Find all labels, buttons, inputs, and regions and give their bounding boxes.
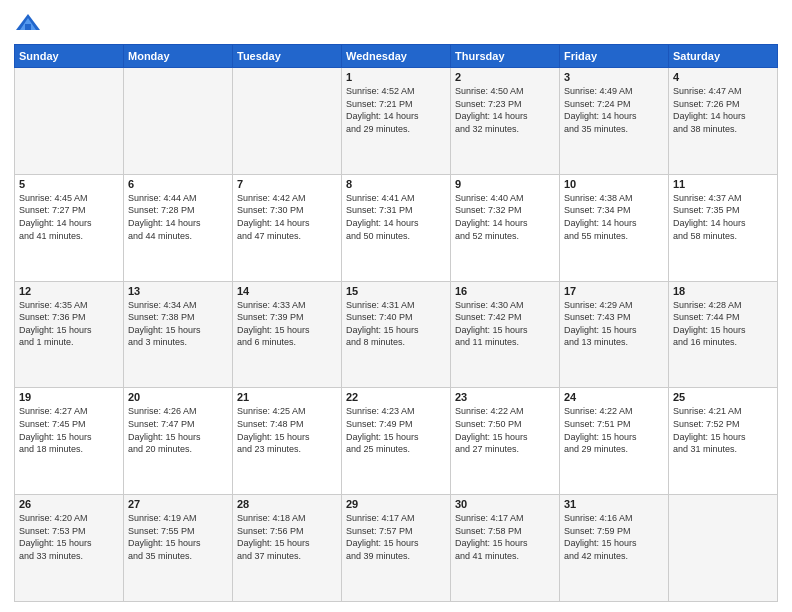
calendar-cell: 7Sunrise: 4:42 AM Sunset: 7:30 PM Daylig… [233, 174, 342, 281]
calendar-cell: 9Sunrise: 4:40 AM Sunset: 7:32 PM Daylig… [451, 174, 560, 281]
weekday-header-monday: Monday [124, 45, 233, 68]
day-info: Sunrise: 4:20 AM Sunset: 7:53 PM Dayligh… [19, 512, 119, 562]
day-number: 30 [455, 498, 555, 510]
calendar-cell: 11Sunrise: 4:37 AM Sunset: 7:35 PM Dayli… [669, 174, 778, 281]
day-number: 7 [237, 178, 337, 190]
day-number: 28 [237, 498, 337, 510]
calendar-cell: 4Sunrise: 4:47 AM Sunset: 7:26 PM Daylig… [669, 68, 778, 175]
calendar-cell: 27Sunrise: 4:19 AM Sunset: 7:55 PM Dayli… [124, 495, 233, 602]
day-info: Sunrise: 4:33 AM Sunset: 7:39 PM Dayligh… [237, 299, 337, 349]
day-number: 21 [237, 391, 337, 403]
day-number: 16 [455, 285, 555, 297]
calendar-cell: 10Sunrise: 4:38 AM Sunset: 7:34 PM Dayli… [560, 174, 669, 281]
day-number: 17 [564, 285, 664, 297]
calendar-cell: 23Sunrise: 4:22 AM Sunset: 7:50 PM Dayli… [451, 388, 560, 495]
weekday-header-sunday: Sunday [15, 45, 124, 68]
day-info: Sunrise: 4:34 AM Sunset: 7:38 PM Dayligh… [128, 299, 228, 349]
calendar-cell: 3Sunrise: 4:49 AM Sunset: 7:24 PM Daylig… [560, 68, 669, 175]
day-number: 27 [128, 498, 228, 510]
day-number: 8 [346, 178, 446, 190]
day-number: 24 [564, 391, 664, 403]
day-info: Sunrise: 4:37 AM Sunset: 7:35 PM Dayligh… [673, 192, 773, 242]
day-info: Sunrise: 4:25 AM Sunset: 7:48 PM Dayligh… [237, 405, 337, 455]
day-number: 15 [346, 285, 446, 297]
weekday-header-thursday: Thursday [451, 45, 560, 68]
day-info: Sunrise: 4:26 AM Sunset: 7:47 PM Dayligh… [128, 405, 228, 455]
logo-icon [14, 10, 42, 38]
day-info: Sunrise: 4:28 AM Sunset: 7:44 PM Dayligh… [673, 299, 773, 349]
calendar-cell: 17Sunrise: 4:29 AM Sunset: 7:43 PM Dayli… [560, 281, 669, 388]
week-row-2: 5Sunrise: 4:45 AM Sunset: 7:27 PM Daylig… [15, 174, 778, 281]
weekday-header-saturday: Saturday [669, 45, 778, 68]
day-number: 23 [455, 391, 555, 403]
weekday-header-friday: Friday [560, 45, 669, 68]
day-info: Sunrise: 4:38 AM Sunset: 7:34 PM Dayligh… [564, 192, 664, 242]
day-number: 14 [237, 285, 337, 297]
calendar-cell: 24Sunrise: 4:22 AM Sunset: 7:51 PM Dayli… [560, 388, 669, 495]
day-number: 26 [19, 498, 119, 510]
day-info: Sunrise: 4:22 AM Sunset: 7:51 PM Dayligh… [564, 405, 664, 455]
day-info: Sunrise: 4:40 AM Sunset: 7:32 PM Dayligh… [455, 192, 555, 242]
day-info: Sunrise: 4:29 AM Sunset: 7:43 PM Dayligh… [564, 299, 664, 349]
calendar-cell [15, 68, 124, 175]
calendar-cell: 31Sunrise: 4:16 AM Sunset: 7:59 PM Dayli… [560, 495, 669, 602]
calendar-cell: 6Sunrise: 4:44 AM Sunset: 7:28 PM Daylig… [124, 174, 233, 281]
day-number: 25 [673, 391, 773, 403]
day-number: 2 [455, 71, 555, 83]
day-number: 5 [19, 178, 119, 190]
calendar-cell: 28Sunrise: 4:18 AM Sunset: 7:56 PM Dayli… [233, 495, 342, 602]
day-info: Sunrise: 4:16 AM Sunset: 7:59 PM Dayligh… [564, 512, 664, 562]
calendar-table: SundayMondayTuesdayWednesdayThursdayFrid… [14, 44, 778, 602]
calendar-cell: 15Sunrise: 4:31 AM Sunset: 7:40 PM Dayli… [342, 281, 451, 388]
day-number: 13 [128, 285, 228, 297]
day-number: 22 [346, 391, 446, 403]
day-number: 11 [673, 178, 773, 190]
day-info: Sunrise: 4:23 AM Sunset: 7:49 PM Dayligh… [346, 405, 446, 455]
day-info: Sunrise: 4:41 AM Sunset: 7:31 PM Dayligh… [346, 192, 446, 242]
calendar-cell [233, 68, 342, 175]
day-number: 9 [455, 178, 555, 190]
weekday-header-row: SundayMondayTuesdayWednesdayThursdayFrid… [15, 45, 778, 68]
day-info: Sunrise: 4:18 AM Sunset: 7:56 PM Dayligh… [237, 512, 337, 562]
day-info: Sunrise: 4:21 AM Sunset: 7:52 PM Dayligh… [673, 405, 773, 455]
svg-rect-2 [25, 24, 31, 30]
day-info: Sunrise: 4:35 AM Sunset: 7:36 PM Dayligh… [19, 299, 119, 349]
day-number: 4 [673, 71, 773, 83]
calendar-cell: 21Sunrise: 4:25 AM Sunset: 7:48 PM Dayli… [233, 388, 342, 495]
day-info: Sunrise: 4:50 AM Sunset: 7:23 PM Dayligh… [455, 85, 555, 135]
calendar-page: SundayMondayTuesdayWednesdayThursdayFrid… [0, 0, 792, 612]
week-row-3: 12Sunrise: 4:35 AM Sunset: 7:36 PM Dayli… [15, 281, 778, 388]
header [14, 10, 778, 38]
calendar-cell [669, 495, 778, 602]
logo [14, 10, 46, 38]
weekday-header-wednesday: Wednesday [342, 45, 451, 68]
day-number: 1 [346, 71, 446, 83]
week-row-5: 26Sunrise: 4:20 AM Sunset: 7:53 PM Dayli… [15, 495, 778, 602]
day-info: Sunrise: 4:49 AM Sunset: 7:24 PM Dayligh… [564, 85, 664, 135]
day-info: Sunrise: 4:19 AM Sunset: 7:55 PM Dayligh… [128, 512, 228, 562]
calendar-cell: 1Sunrise: 4:52 AM Sunset: 7:21 PM Daylig… [342, 68, 451, 175]
day-info: Sunrise: 4:44 AM Sunset: 7:28 PM Dayligh… [128, 192, 228, 242]
calendar-cell: 13Sunrise: 4:34 AM Sunset: 7:38 PM Dayli… [124, 281, 233, 388]
calendar-cell: 12Sunrise: 4:35 AM Sunset: 7:36 PM Dayli… [15, 281, 124, 388]
calendar-cell: 5Sunrise: 4:45 AM Sunset: 7:27 PM Daylig… [15, 174, 124, 281]
day-info: Sunrise: 4:30 AM Sunset: 7:42 PM Dayligh… [455, 299, 555, 349]
weekday-header-tuesday: Tuesday [233, 45, 342, 68]
calendar-cell: 8Sunrise: 4:41 AM Sunset: 7:31 PM Daylig… [342, 174, 451, 281]
day-number: 18 [673, 285, 773, 297]
day-info: Sunrise: 4:47 AM Sunset: 7:26 PM Dayligh… [673, 85, 773, 135]
calendar-cell: 2Sunrise: 4:50 AM Sunset: 7:23 PM Daylig… [451, 68, 560, 175]
day-number: 3 [564, 71, 664, 83]
calendar-cell [124, 68, 233, 175]
calendar-cell: 18Sunrise: 4:28 AM Sunset: 7:44 PM Dayli… [669, 281, 778, 388]
calendar-cell: 19Sunrise: 4:27 AM Sunset: 7:45 PM Dayli… [15, 388, 124, 495]
calendar-cell: 30Sunrise: 4:17 AM Sunset: 7:58 PM Dayli… [451, 495, 560, 602]
calendar-cell: 20Sunrise: 4:26 AM Sunset: 7:47 PM Dayli… [124, 388, 233, 495]
calendar-cell: 22Sunrise: 4:23 AM Sunset: 7:49 PM Dayli… [342, 388, 451, 495]
day-info: Sunrise: 4:31 AM Sunset: 7:40 PM Dayligh… [346, 299, 446, 349]
day-info: Sunrise: 4:17 AM Sunset: 7:58 PM Dayligh… [455, 512, 555, 562]
day-info: Sunrise: 4:45 AM Sunset: 7:27 PM Dayligh… [19, 192, 119, 242]
day-info: Sunrise: 4:42 AM Sunset: 7:30 PM Dayligh… [237, 192, 337, 242]
calendar-cell: 25Sunrise: 4:21 AM Sunset: 7:52 PM Dayli… [669, 388, 778, 495]
calendar-cell: 26Sunrise: 4:20 AM Sunset: 7:53 PM Dayli… [15, 495, 124, 602]
